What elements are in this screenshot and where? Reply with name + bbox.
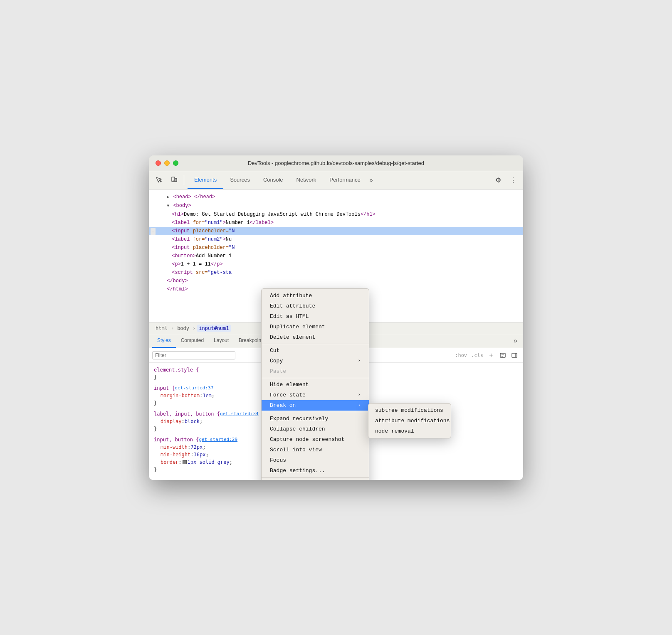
close-button[interactable] [156,160,161,166]
prop-min-height[interactable]: min-height [161,451,190,458]
source-link-29[interactable]: get-started:29 [199,436,237,443]
svg-rect-1 [175,178,177,182]
devtools-body: ▶ <head> </head> ▼ <body> <h1>Demo: Get … [149,190,523,480]
value-min-width[interactable]: 72px [190,443,203,451]
break-on-arrow-icon: › [358,403,361,408]
ctx-hide-element[interactable]: Hide element [262,379,369,390]
ctx-cut[interactable]: Cut [262,345,369,356]
ctx-collapse-children[interactable]: Collapse children [262,424,369,434]
value-border[interactable]: 1px solid grey [188,458,230,466]
settings-button[interactable]: ⚙ [492,173,505,187]
submenu-attribute[interactable]: attribute modifications [368,416,451,426]
tab-console[interactable]: Console [257,171,290,189]
ctx-paste: Paste [262,366,369,377]
dom-line-input1[interactable]: … <input placeholder="N [149,227,523,235]
minimize-button[interactable] [164,160,170,166]
svg-rect-3 [500,353,505,357]
prop-border[interactable]: border [161,458,178,466]
toolbar-right: ⚙ ⋮ [492,173,520,187]
inspect-icon-button[interactable] [152,173,166,187]
dom-line-head[interactable]: ▶ <head> </head> [149,193,523,202]
ctx-add-attribute[interactable]: Add attribute [262,290,369,301]
dom-line-script[interactable]: <script src="get-sta [149,268,523,277]
tab-performance[interactable]: Performance [323,171,367,189]
dom-line-body[interactable]: ▼ <body> [149,202,523,210]
tab-sources[interactable]: Sources [223,171,257,189]
tab-styles[interactable]: Styles [152,334,176,348]
submenu-node-removal[interactable]: node removal [368,426,451,436]
ctx-delete-element[interactable]: Delete element [262,332,369,342]
ctx-edit-as-html[interactable]: Edit as HTML [262,311,369,322]
add-style-rule-button[interactable]: + [486,350,497,361]
value-margin-bottom[interactable]: 1em [203,392,212,399]
prop-min-width[interactable]: min-width [161,443,188,451]
breadcrumb-html[interactable]: html [154,325,169,332]
toggle-sidebar-button[interactable] [509,350,520,361]
value-min-height[interactable]: 36px [193,451,205,458]
breadcrumb-input[interactable]: input#num1 [197,325,230,332]
ctx-badge-settings[interactable]: Badge settings... [262,465,369,476]
window-title: DevTools - googlechrome.github.io/devtoo… [248,160,424,166]
ctx-sep3 [262,412,369,412]
ctx-scroll-into-view[interactable]: Scroll into view [262,445,369,455]
prop-display[interactable]: display [161,418,182,425]
ctx-sep1 [262,344,369,344]
dom-line-input2[interactable]: <input placeholder="N [149,244,523,252]
breadcrumb-sep2: › [193,325,195,331]
force-state-arrow-icon: › [358,392,361,397]
tab-network[interactable]: Network [290,171,323,189]
source-link-34[interactable]: get-started:34 [220,410,259,418]
devtools-window: DevTools - googlechrome.github.io/devtoo… [149,155,523,480]
source-link-37[interactable]: get-started:37 [175,384,214,392]
selector-input[interactable]: input { [154,384,175,392]
ctx-break-on[interactable]: Break on › [262,400,369,411]
ellipsis-button[interactable]: … [151,228,156,235]
value-display[interactable]: block [185,418,200,425]
breadcrumb-body[interactable]: body [175,325,191,332]
new-style-rule-button[interactable] [497,350,508,361]
svg-point-2 [173,181,173,181]
traffic-lights [156,160,178,166]
ctx-sep2 [262,378,369,378]
titlebar: DevTools - googlechrome.github.io/devtoo… [149,155,523,171]
main-tabs: Elements Sources Console Network Perform… [188,171,490,189]
svg-rect-6 [512,353,517,357]
ctx-copy[interactable]: Copy › [262,356,369,366]
dom-line-label2[interactable]: <label for="num2">Nu [149,235,523,244]
pseudoclass-label: :hov [453,352,469,358]
dom-line-h1[interactable]: <h1>Demo: Get Started Debugging JavaScri… [149,210,523,219]
toolbar-divider [184,175,184,185]
selector-element-style[interactable]: element.style { [154,366,199,374]
ctx-expand-recursively[interactable]: Expand recursively [262,413,369,424]
submenu-subtree[interactable]: subtree modifications [368,405,451,416]
dom-line-p[interactable]: <p>1 + 1 = 11</p> [149,260,523,268]
tab-layout[interactable]: Layout [209,334,234,348]
tab-computed[interactable]: Computed [176,334,209,348]
border-color-swatch[interactable] [183,460,187,464]
tabs-overflow-button[interactable]: » [367,173,376,187]
maximize-button[interactable] [173,160,178,166]
dom-line-body-close[interactable]: </body> [149,277,523,285]
selector-input-button[interactable]: input, button { [154,436,199,443]
more-button[interactable]: ⋮ [506,173,520,187]
triangle-icon-body: ▼ [167,204,169,208]
styles-toolbar-icons: :hov .cls + [453,350,520,361]
ctx-duplicate-element[interactable]: Duplicate element [262,322,369,332]
dom-line-button[interactable]: <button>Add Number 1 [149,252,523,260]
prop-margin-bottom[interactable]: margin-bottom [161,392,200,399]
dom-line-label1[interactable]: <label for="num1">Number 1</label> [149,219,523,227]
styles-filter-input[interactable] [152,351,235,359]
ctx-focus[interactable]: Focus [262,455,369,465]
ctx-sep4 [262,477,369,477]
breadcrumb-sep1: › [171,325,174,331]
device-toggle-button[interactable] [167,173,180,187]
break-on-submenu: subtree modifications attribute modifica… [368,403,451,438]
tab-elements[interactable]: Elements [188,171,223,189]
cls-label: .cls [469,352,485,358]
ctx-edit-attribute[interactable]: Edit attribute [262,301,369,311]
selector-label-input-button[interactable]: label, input, button { [154,410,220,418]
ctx-store-global[interactable]: Store as global variable [262,479,369,480]
lower-tabs-overflow[interactable]: » [511,335,520,346]
ctx-force-state[interactable]: Force state › [262,390,369,400]
ctx-capture-screenshot[interactable]: Capture node screenshot [262,434,369,445]
